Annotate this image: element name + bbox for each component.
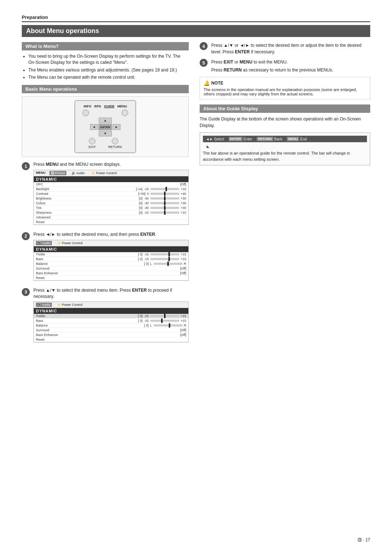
main-title: About Menu operations [22, 25, 370, 37]
dpad-right[interactable]: ► [113, 124, 121, 130]
menu-screen-2-header: 🔊 Audio ⚡ Power Control [34, 240, 188, 246]
note-text: The screens in the operation manual are … [204, 87, 366, 96]
step-2-text: Press ◄/► to select the desired menu, an… [33, 231, 189, 238]
guide-display-intro: The Guide Display at the bottom of the s… [200, 116, 370, 129]
dpad-enter[interactable]: ENTER [99, 124, 112, 130]
bullet-1: You need to bring up the On-Screen Displ… [28, 53, 189, 66]
balance-row-2: Balance [ 0] L R [34, 262, 188, 266]
remote-inner: INFO EPG GUIDE MENU ▲ ◄ [74, 100, 136, 153]
guide-select-label: Select [214, 137, 224, 141]
advanced-row: Advanced [34, 215, 188, 220]
bullet-2: The Menu enables various settings and ad… [28, 67, 189, 73]
step-1-number: 1 [22, 162, 30, 170]
note-icon: 🔔 [204, 80, 210, 86]
step-5-line1: Press EXIT or MENU to exit the MENU. [211, 59, 370, 65]
what-is-menu-header: What is Menu? [22, 42, 189, 50]
backlight-slider [150, 188, 179, 190]
step-1-content: Press MENU and the MENU screen displays.… [33, 161, 189, 226]
right-column: 4 Press ▲/▼ or ◄/► to select the desired… [200, 42, 370, 349]
step-3-text: Press ▲/▼ to select the desired menu ite… [33, 287, 189, 300]
menu-btn[interactable] [122, 110, 128, 116]
step-5-content: Press EXIT or MENU to exit the MENU. Pre… [211, 59, 370, 73]
guide-triangle-container [207, 145, 367, 148]
return-key: RETURN [257, 137, 273, 141]
dpad-empty-br [113, 131, 121, 136]
surround-row-3: Surround [Off] [34, 328, 188, 333]
guide-enter-label: Enter [244, 137, 252, 141]
picture-tab[interactable]: 🖼 Picture [49, 171, 67, 175]
guide-description: The bar above is an operational guide fo… [203, 150, 367, 162]
guide-bar: ◄► Select ENTER Enter RETURN Back MENU E… [203, 136, 367, 142]
menu-section-dynamic-2: DYNAMIC [34, 246, 188, 252]
balance-slider-2 [154, 263, 183, 265]
spacer2 [109, 110, 115, 116]
step-3-content: Press ▲/▼ to select the desired menu ite… [33, 287, 189, 344]
exit-btn[interactable] [89, 138, 95, 144]
treble-slider-2 [150, 253, 179, 255]
power-tab-3[interactable]: ⚡ Power Control [56, 303, 84, 307]
power-tab-2[interactable]: ⚡ Power Control [56, 241, 84, 245]
colour-row: Colour [0] -30 +30 [34, 201, 188, 206]
menu-label-header: MENU [36, 171, 46, 175]
step-4-number: 4 [200, 42, 208, 50]
bass-slider-2 [150, 258, 179, 260]
dpad-empty-tr [113, 118, 121, 123]
bullet-3: The Menu can be operated with the remote… [28, 74, 189, 81]
left-column: What is Menu? You need to bring up the O… [22, 42, 189, 349]
menu-key: MENU [287, 137, 299, 141]
surround-row-2: Surround [Off] [34, 266, 188, 271]
info-label: INFO [83, 104, 91, 108]
spacer [95, 110, 102, 116]
step-2-bold-enter: ENTER [140, 232, 155, 237]
guide-back-label: Back [274, 137, 282, 141]
guide-label: GUIDE [104, 104, 115, 108]
step-3-bold-enter: ENTER [132, 288, 147, 293]
step-3-block: 3 Press ▲/▼ to select the desired menu i… [22, 287, 189, 344]
brightness-slider [150, 197, 179, 200]
dpad-up[interactable]: ▲ [99, 118, 112, 123]
audio-tab-1[interactable]: 🔊 Audio [70, 171, 86, 175]
backlight-row: Backlight [-14] -16 +16 [34, 187, 188, 192]
guide-enter-item: ENTER Enter [229, 137, 252, 141]
step-5-block: 5 Press EXIT or MENU to exit the MENU. P… [200, 59, 370, 73]
contrast-slider [150, 193, 179, 195]
bass-row-2: Bass [ 0] -15 +15 [34, 257, 188, 262]
power-tab-1[interactable]: ⚡ Power Control [90, 171, 118, 175]
return-btn-group: RETURN [108, 138, 122, 149]
step-2-content: Press ◄/► to select the desired menu, an… [33, 231, 189, 282]
audio-tab-2-active[interactable]: 🔊 Audio [36, 241, 52, 245]
step-1-block: 1 Press MENU and the MENU screen display… [22, 161, 189, 226]
reset-row-1: Reset [34, 220, 188, 225]
epg-label: EPG [94, 104, 101, 108]
preparation-label: Preparation [22, 15, 48, 20]
enter-key: ENTER [229, 137, 243, 141]
guide-end-item: MENU End [287, 137, 307, 141]
bass-slider-3 [150, 320, 179, 322]
balance-row-3: Balance [ 0] L R [34, 323, 188, 328]
step-5-return: RETURN [224, 67, 242, 73]
step-5-exit: EXIT [224, 59, 233, 65]
sharpness-slider [150, 212, 179, 214]
remote-diagram: INFO EPG GUIDE MENU ▲ ◄ [22, 96, 189, 157]
balance-slider-3 [154, 324, 183, 327]
guide-back-item: RETURN Back [257, 137, 282, 141]
menu-screen-2: 🔊 Audio ⚡ Power Control DYNAMIC Treble [… [33, 240, 189, 281]
tint-row: Tint [0] -30 +30 [34, 206, 188, 210]
dpad-left[interactable]: ◄ [90, 124, 98, 130]
return-btn[interactable] [112, 138, 118, 144]
reset-row-2: Reset [34, 276, 188, 280]
dpad-down[interactable]: ▼ [99, 131, 112, 136]
step-4-block: 4 Press ▲/▼ or ◄/► to select the desired… [200, 42, 370, 55]
audio-tab-3-active[interactable]: 🔊 Audio [36, 303, 52, 307]
step-1-text: Press MENU and the MENU screen displays. [33, 161, 189, 168]
info-btn[interactable] [82, 110, 89, 116]
preparation-section: Preparation [22, 15, 370, 22]
what-is-menu-bullets: You need to bring up the On-Screen Displ… [22, 53, 189, 81]
brightness-row: Brightness [0] -30 +30 [34, 196, 188, 201]
note-header: 🔔 NOTE [204, 80, 366, 86]
treble-row-2: Treble [ 0] -15 +15 [34, 252, 188, 257]
menu-screen-1: MENU 🖼 Picture 🔊 Audio ⚡ Power Control D… [33, 170, 189, 225]
guide-end-label: End [300, 137, 307, 141]
menu-screen-1-header: MENU 🖼 Picture 🔊 Audio ⚡ Power Control [34, 170, 188, 176]
sharpness-row: Sharpness [0] -10 +10 [34, 210, 188, 215]
